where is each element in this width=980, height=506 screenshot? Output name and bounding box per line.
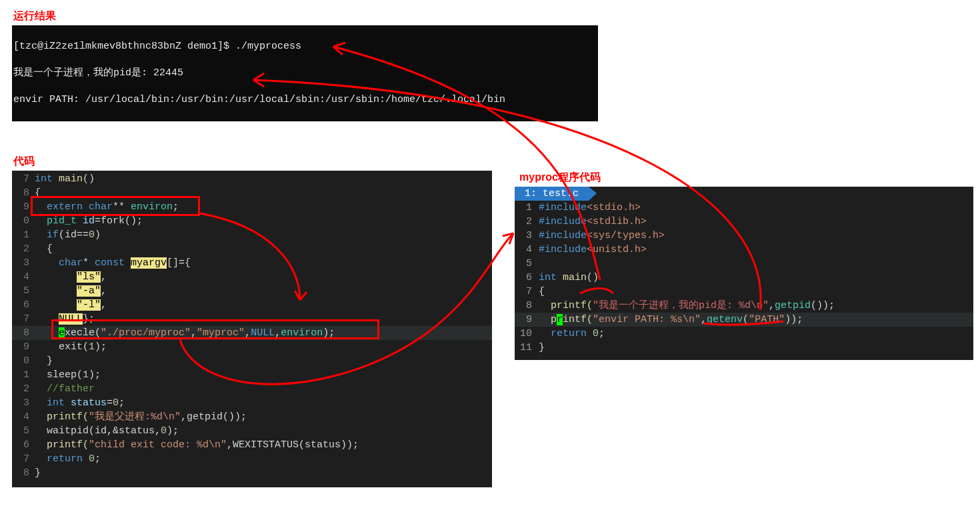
- tab-filename[interactable]: 1: test.c: [515, 187, 589, 201]
- terminal-line: :/home/tzc/bin: [13, 120, 598, 121]
- tab-arrow-icon: [589, 187, 597, 201]
- code-editor-right[interactable]: 1: test.c 1#include<stdio.h> 2#include<s…: [515, 187, 973, 360]
- terminal-line: envir PATH: /usr/local/bin:/usr/bin:/usr…: [13, 93, 598, 107]
- code-editor-left[interactable]: 7int main() 8{ 9 extern char** environ; …: [12, 171, 492, 487]
- label-code: 代码: [13, 155, 35, 169]
- prompt: [tzc@iZ2ze1lmkmev8bthnc83bnZ demo1]$: [13, 41, 235, 52]
- cmd: ./myprocess: [235, 41, 301, 52]
- terminal-line: 我是一个子进程，我的pid是: 22445: [13, 67, 598, 80]
- label-run-result: 运行结果: [13, 9, 56, 23]
- terminal-output: [tzc@iZ2ze1lmkmev8bthnc83bnZ demo1]$ ./m…: [12, 25, 598, 121]
- label-myproc-code: myproc程序代码: [519, 171, 601, 185]
